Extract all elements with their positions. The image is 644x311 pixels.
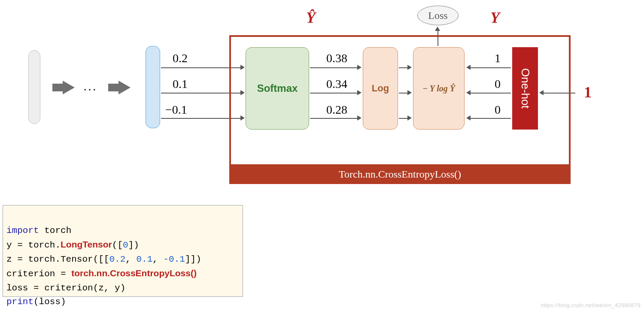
yhat-label: Ŷ	[306, 9, 316, 27]
log-block: Log	[363, 47, 398, 130]
onehot-1: 0	[495, 77, 501, 91]
crossentropy-caption: Torch.nn.CrossEntropyLoss()	[339, 169, 461, 180]
crossentropy-caption-bar: Torch.nn.CrossEntropyLoss()	[229, 164, 571, 184]
code-l2-post: ([	[112, 240, 123, 250]
code-l6-rest: (loss)	[33, 297, 66, 307]
arrow-prob-2-head	[357, 115, 361, 121]
flow-arrow-head-2	[118, 81, 131, 94]
arrow-to-loss-head	[435, 27, 440, 31]
onehot-label: One-hot	[519, 68, 532, 109]
code-kw-import: import	[6, 226, 39, 236]
arrow-log-2	[399, 118, 407, 119]
log-label: Log	[372, 83, 389, 94]
arrow-prob-2	[310, 118, 357, 119]
code-l3-c2: ,	[152, 254, 163, 264]
arrow-onehot-0-head	[466, 65, 471, 70]
code-crossentropy: torch.nn.CrossEntropyLoss()	[71, 268, 197, 278]
logit-2: −0.1	[165, 103, 187, 117]
code-sample: import torch y = torch.LongTensor([0]) z…	[3, 205, 243, 297]
arrow-onehot-1	[471, 93, 511, 94]
y-label: Y	[490, 9, 500, 27]
prob-0: 0.38	[326, 51, 347, 65]
code-l4-pre: criterion =	[6, 269, 71, 279]
code-l3-pre: z = torch.Tensor([[	[6, 254, 109, 264]
logit-0: 0.2	[173, 51, 188, 65]
code-l3-n2: 0.1	[136, 254, 152, 264]
code-l3-n1: 0.2	[109, 254, 125, 264]
softmax-block: Softmax	[246, 47, 309, 130]
arrow-log-1	[399, 93, 407, 94]
arrow-label-in-head	[539, 90, 544, 95]
code-l3-end: ]])	[185, 254, 201, 264]
code-l1-rest: torch	[39, 226, 72, 236]
flow-arrow-head-1	[63, 81, 75, 94]
code-longtensor: LongTensor	[61, 239, 112, 249]
code-l3-c1: ,	[125, 254, 136, 264]
onehot-0: 1	[495, 51, 501, 65]
arrow-logit-2	[161, 118, 240, 119]
arrow-log-1-head	[407, 90, 412, 95]
arrow-logit-1	[161, 93, 240, 94]
loss-label: Loss	[428, 10, 447, 21]
prob-1: 0.34	[326, 77, 347, 91]
arrow-log-2-head	[407, 115, 412, 121]
arrow-log-0-head	[407, 65, 412, 70]
onehot-block: One-hot	[512, 47, 538, 130]
arrow-prob-0-head	[357, 65, 361, 70]
input-tensor-block	[28, 50, 40, 124]
code-l5: loss = criterion(z, y)	[6, 283, 125, 293]
arrow-log-0	[399, 67, 407, 68]
nll-block: − Y log Ŷ	[413, 47, 465, 130]
onehot-2: 0	[495, 103, 501, 117]
arrow-logit-0	[161, 67, 240, 68]
linear-layer-block	[146, 46, 160, 128]
arrow-prob-1	[310, 93, 357, 94]
arrow-label-in	[544, 93, 575, 94]
arrow-prob-1-head	[357, 90, 361, 95]
arrow-onehot-2-head	[466, 115, 471, 121]
arrow-onehot-2	[471, 118, 511, 119]
flow-arrow-stem-2	[108, 84, 118, 91]
flow-arrow-stem-1	[52, 84, 63, 91]
code-l2-num: 0	[123, 240, 128, 250]
arrow-onehot-0	[471, 67, 511, 68]
watermark: https://blog.csdn.net/weixin_42990879	[541, 302, 641, 308]
arrow-onehot-1-head	[466, 90, 471, 95]
ellipsis: …	[83, 78, 97, 94]
code-l2-end: ])	[128, 240, 139, 250]
softmax-label: Softmax	[257, 82, 298, 94]
nll-label: − Y log Ŷ	[422, 84, 455, 94]
prob-2: 0.28	[326, 103, 347, 117]
logit-1: 0.1	[173, 77, 188, 91]
code-l2-pre: y = torch.	[6, 240, 61, 250]
code-l3-n3: -0.1	[164, 254, 185, 264]
arrow-prob-0	[310, 67, 357, 68]
loss-node: Loss	[417, 6, 459, 25]
code-kw-print: print	[6, 297, 33, 307]
class-label-1: 1	[584, 83, 592, 101]
